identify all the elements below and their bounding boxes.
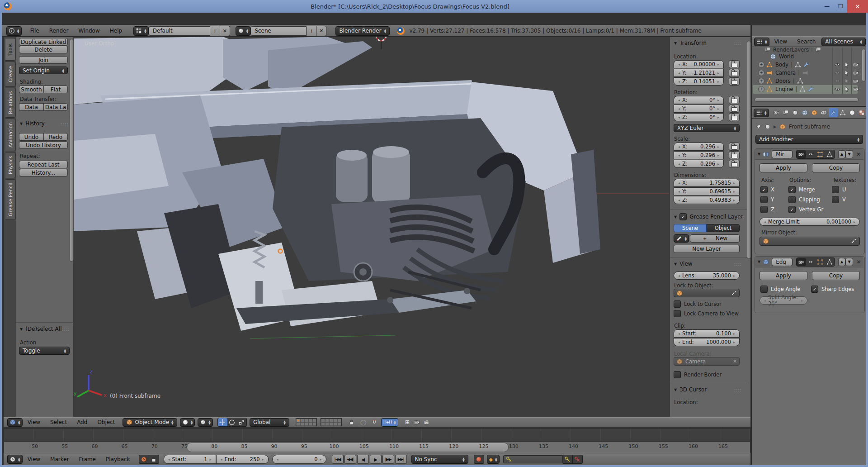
jump-to-end-button[interactable]: ▶▶| (395, 455, 407, 464)
lock-rotation-z-button[interactable] (729, 113, 740, 121)
render-engine-select[interactable]: Blender Render ▲▼ (335, 26, 390, 36)
edge-split-copy-button[interactable]: Copy (812, 271, 860, 280)
viewport-menu-view[interactable]: View (23, 419, 45, 425)
engine-render-icon[interactable] (853, 86, 859, 92)
repeat-last-button[interactable]: Repeat Last (19, 161, 68, 168)
outliner-h-scrollbar[interactable] (755, 98, 859, 102)
menu-file[interactable]: File (25, 28, 44, 34)
viewport-canvas[interactable]: z x y (74, 37, 669, 417)
viewport-menu-select[interactable]: Select (45, 419, 72, 425)
edge-angle-checkbox[interactable] (760, 286, 768, 293)
transform-panel-header[interactable]: Transform (674, 40, 742, 46)
tab-scene[interactable] (791, 108, 800, 117)
scene-add-button[interactable]: + (307, 26, 316, 36)
clip-end-field[interactable]: End:1000.000 (674, 338, 740, 346)
lock-camera-checkbox[interactable] (674, 310, 681, 317)
expand-icon[interactable]: + (758, 62, 764, 68)
mirror-texture-u-row[interactable]: U (832, 186, 846, 193)
scale-y-field[interactable]: Y:0.296 (674, 151, 724, 159)
keying-set-field[interactable] (503, 455, 563, 463)
mirror-clipping-row[interactable]: Clipping (788, 196, 820, 203)
local-camera-field[interactable]: Camera ✕ (674, 357, 740, 366)
lock-camera-row[interactable]: Lock Camera to View (674, 310, 739, 317)
outliner-editor-type-button[interactable]: ▲▼ (754, 38, 769, 46)
body-selectable-icon[interactable] (844, 62, 850, 68)
split-angle-field[interactable]: Split Angle: 30° (760, 296, 807, 305)
timeline-menu-frame[interactable]: Frame (74, 456, 101, 462)
lens-field[interactable]: Lens:35.000 (674, 272, 740, 280)
render-border-row[interactable]: Render Border (674, 371, 722, 378)
mirror-render-toggle[interactable] (797, 150, 806, 158)
menu-window[interactable]: Window (73, 28, 104, 34)
frame-end-field[interactable]: End:250 (216, 455, 269, 464)
mirror-axis-z-row[interactable]: Z (760, 206, 774, 213)
texture-u-checkbox[interactable] (832, 186, 839, 193)
mirror-apply-button[interactable]: Apply (760, 163, 807, 172)
tab-animation[interactable]: Animation (5, 119, 16, 151)
body-render-icon[interactable] (853, 62, 859, 68)
axis-y-checkbox[interactable] (760, 196, 768, 203)
edge-angle-row[interactable]: Edge Angle (760, 286, 800, 293)
panel-grip-icon[interactable] (62, 327, 70, 332)
doors-selectable-icon[interactable] (844, 78, 850, 84)
pivot-select[interactable]: ▲▼ (198, 418, 213, 427)
lock-to-object-field[interactable] (674, 289, 740, 297)
undo-history-button[interactable]: Undo History (19, 141, 68, 149)
engine-visibility-eye-icon[interactable] (834, 86, 840, 92)
rotation-z-field[interactable]: Z:0° (674, 113, 724, 121)
mirror-texture-v-row[interactable]: V (832, 196, 846, 203)
tab-grease-pencil[interactable]: Grease Pencil (5, 179, 16, 220)
panel-grip-icon[interactable] (736, 214, 744, 219)
join-button[interactable]: Join (19, 56, 68, 64)
outliner-item-doors[interactable]: + Doors | (758, 77, 803, 85)
properties-editor-type-button[interactable]: ▲▼ (754, 109, 769, 117)
shade-smooth-button[interactable]: Smooth (19, 86, 43, 93)
outliner-v-scrollbar[interactable] (862, 49, 866, 81)
scale-z-field[interactable]: Z:0.296 (674, 160, 724, 168)
panel-grip-icon[interactable] (734, 41, 742, 46)
eyedropper-icon[interactable] (850, 238, 857, 244)
dimension-z-field[interactable]: Z:0.49383 (674, 196, 740, 204)
delete-button[interactable]: Delete (19, 46, 68, 53)
collapse-icon[interactable]: ▼ (758, 152, 760, 156)
expand-icon[interactable]: + (758, 86, 764, 92)
lock-location-x-button[interactable] (729, 60, 740, 68)
timeline-scrollbar-handle[interactable] (187, 443, 509, 452)
tab-modifiers[interactable] (829, 108, 838, 117)
tab-render[interactable] (772, 108, 781, 117)
mirror-move-down-button[interactable]: ▼ (845, 150, 853, 158)
outliner-item-body[interactable]: + Body | (758, 61, 809, 69)
render-border-checkbox[interactable] (674, 371, 681, 378)
edge-split-view-toggle[interactable] (806, 258, 816, 266)
edge-split-cage-toggle[interactable] (825, 258, 835, 266)
lock-to-cursor-checkbox[interactable] (674, 300, 681, 308)
opengl-render-still-button[interactable] (412, 418, 422, 426)
tab-texture[interactable] (857, 108, 866, 117)
proportional-edit-button[interactable]: ◯ (359, 418, 368, 426)
mirror-axis-x-row[interactable]: X (760, 186, 774, 193)
tab-relations[interactable]: Relations (5, 88, 16, 118)
location-x-field[interactable]: X:0.00000 (674, 60, 724, 68)
mirror-cage-toggle[interactable] (825, 150, 835, 158)
edge-split-name-field[interactable]: Edg (772, 258, 793, 266)
tab-object[interactable] (810, 108, 819, 117)
deselect-all-panel-header[interactable]: (De)select All (20, 326, 70, 332)
delete-keyframe-button[interactable] (573, 455, 583, 464)
dimension-x-field[interactable]: X:1.75815 (674, 179, 740, 187)
mirror-delete-icon[interactable]: ✕ (856, 151, 861, 157)
layers-grid-2[interactable] (321, 418, 342, 426)
layout-browse-button[interactable]: ▲▼ (133, 26, 149, 36)
data-transfer-button[interactable]: Data (19, 103, 43, 111)
location-y-field[interactable]: Y:-1.21021 (674, 69, 724, 77)
camera-visibility-eye-icon[interactable] (834, 70, 840, 76)
outliner-menu-view[interactable]: View (769, 38, 792, 45)
scale-x-field[interactable]: X:0.296 (674, 143, 724, 151)
timeline-menu-marker[interactable]: Marker (45, 456, 74, 462)
expand-icon[interactable]: + (758, 78, 764, 84)
sharp-edges-row[interactable]: Sharp Edges (811, 286, 854, 293)
axis-z-checkbox[interactable] (760, 206, 768, 213)
timeline-track-area[interactable] (4, 428, 750, 441)
view-panel-header[interactable]: View (674, 261, 742, 267)
auto-keyframe-button[interactable] (474, 455, 484, 464)
mirror-name-field[interactable]: Mir (772, 150, 793, 158)
